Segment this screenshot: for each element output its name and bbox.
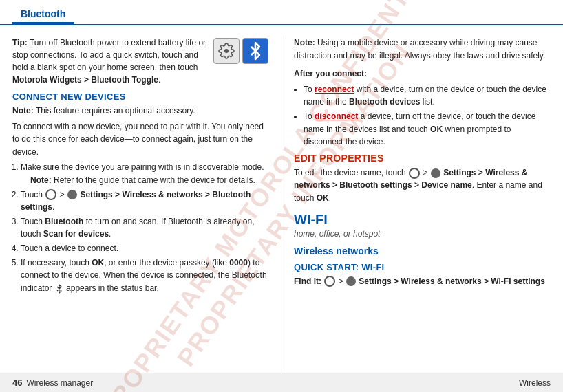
bluetooth-tab[interactable]: Bluetooth (12, 6, 74, 24)
wifi-subtitle: home, office, or hotspot (294, 229, 551, 239)
note1-label: Note: (12, 106, 34, 116)
bluetooth-icon-box (242, 38, 268, 64)
find-nav-bold: Settings > Wireless & networks > Wi-Fi s… (359, 276, 545, 286)
driving-note: Note: Using a mobile device or accessory… (294, 36, 551, 62)
find-menu-icon (324, 276, 335, 287)
tip-body: Turn off Bluetooth power to extend batte… (12, 38, 206, 85)
find-settings-icon (346, 276, 356, 286)
page-container: PROPRIETARY MOTOROLA CONFIDENTIALPROPRIE… (0, 0, 563, 392)
disconnect-link: disconnect (315, 111, 358, 121)
driving-note-body: Using a mobile device or accessory while… (294, 38, 545, 61)
wifi-heading: WI-FI (294, 212, 551, 228)
step-3: Touch Bluetooth to turn on and scan. If … (21, 215, 268, 241)
steps-list: Make sure the device you are pairing wit… (21, 161, 268, 294)
bullet-disconnect: To disconnect a device, turn off the dev… (304, 110, 551, 149)
find-it-label: Find it: (294, 276, 321, 286)
settings-icon-step2 (67, 190, 77, 199)
settings-gear-icon (218, 43, 235, 59)
step3-bold: Bluetooth (45, 217, 83, 226)
note1-text: Note: This feature requires an optional … (12, 105, 268, 118)
driving-note-text: Note: Using a mobile device or accessory… (294, 36, 551, 62)
bottom-label: Wireless manager (26, 378, 93, 388)
right-column: Note: Using a mobile device or accessory… (282, 36, 563, 373)
step-1: Make sure the device you are pairing wit… (21, 161, 268, 186)
settings-icon-box (213, 38, 240, 64)
bullet-reconnect: To reconnect with a device, turn on the … (304, 83, 551, 109)
step-4: Touch a device to connect. (21, 242, 268, 255)
top-header: Bluetooth (0, 0, 563, 25)
page-number-area: 46 Wireless manager (12, 378, 93, 388)
content-area: Tip: Turn off Bluetooth power to extend … (0, 30, 563, 373)
note1-body: This feature requires an optional access… (36, 106, 195, 116)
driving-note-label: Note: (294, 38, 315, 47)
step5-code: 0000 (229, 258, 248, 268)
quick-start-heading: QUICK START: WI-FI (294, 262, 551, 272)
step3-bold2: Scan for devices (43, 229, 109, 239)
tip-section: Tip: Turn off Bluetooth power to extend … (12, 36, 268, 86)
wireless-label: Wireless (519, 378, 551, 388)
edit-properties-text: To edit the device name, touch > Setting… (294, 166, 551, 205)
tip-label: Tip: (12, 38, 28, 47)
disconnect-ok-bold: OK (430, 124, 443, 134)
step-2: Touch > Settings > Wireless & networks >… (21, 188, 268, 214)
step5-ok: OK (92, 258, 104, 268)
after-connect-label: After you connect: (294, 67, 551, 80)
page-number: 46 (12, 378, 22, 388)
wireless-networks-heading: Wireless networks (294, 246, 551, 257)
bottom-bar: 46 Wireless manager Wireless (0, 373, 563, 392)
bluetooth-symbol-icon (248, 41, 262, 61)
tip-text: Tip: Turn off Bluetooth power to extend … (12, 36, 208, 86)
bluetooth-indicator-icon (54, 284, 64, 294)
edit-menu-icon (409, 168, 420, 179)
menu-icon (45, 189, 56, 200)
bullet-list: To reconnect with a device, turn on the … (304, 83, 551, 149)
svg-point-0 (224, 49, 229, 53)
find-it-text: Find it: > Settings > Wireless & network… (294, 275, 551, 288)
edit-ok-bold: OK (317, 193, 329, 203)
bluetooth-devices-bold: Bluetooth devices (349, 97, 420, 107)
step-1-note: Note: Refer to the guide that came with … (30, 174, 268, 187)
intro-text: To connect with a new device, you need t… (12, 120, 268, 159)
connect-devices-heading: CONNECT NEW DEVICES (12, 91, 268, 102)
tip-icons (213, 38, 268, 64)
left-column: Tip: Turn off Bluetooth power to extend … (0, 36, 282, 373)
edit-settings-icon (431, 168, 440, 178)
reconnect-link: reconnect (315, 85, 354, 94)
edit-properties-heading: EDIT PROPERTIES (294, 153, 551, 164)
step-5: If necessary, touch OK, or enter the dev… (21, 257, 268, 295)
tip-bold: Motorola Widgets > Bluetooth Toggle (12, 75, 158, 85)
